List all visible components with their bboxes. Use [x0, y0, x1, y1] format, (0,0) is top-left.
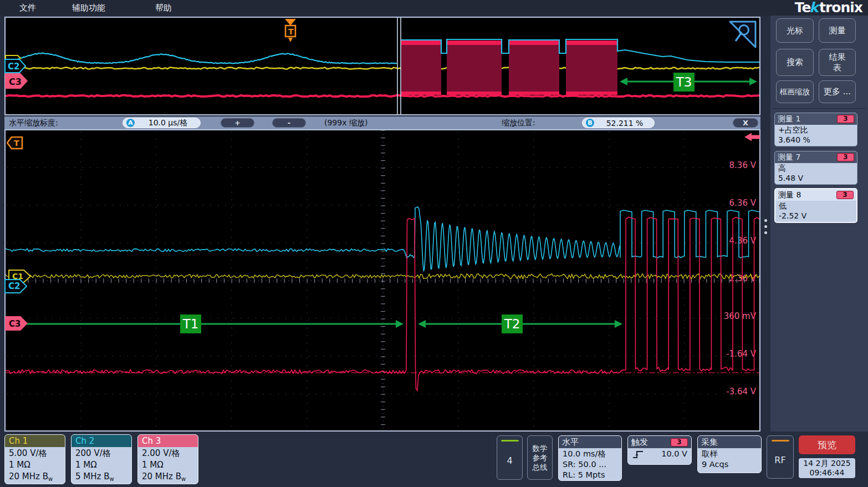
side-panel: 光标 测量 搜索 结果表 框画缩放 更多 ... 测量 13 +占空比3.640… [770, 16, 868, 432]
measurement-value: 5.48 V [778, 173, 854, 183]
measurement-card-1[interactable]: 测量 13 +占空比3.640 % [774, 113, 857, 146]
channel-badge-ch1[interactable]: Ch 1 5.00 V/格1 MΩ20 MHz Bw [4, 434, 65, 484]
svg-text:C3: C3 [9, 319, 21, 329]
overview-waveform-canvas [6, 18, 759, 114]
measurement-source-badge: 3 [837, 153, 854, 161]
channel-badge-ch2[interactable]: Ch 2 200 V/格1 MΩ5 MHz Bw [71, 434, 132, 484]
overview-strip: C2 C3 T T3 [4, 17, 760, 115]
more-button[interactable]: 更多 ... [819, 80, 856, 103]
t3-annotation-label: T3 [673, 73, 695, 92]
channel-bandwidth: 5 MHz Bw [75, 471, 127, 484]
trigger-source-badge: 3 [671, 438, 688, 447]
knob-b-badge: B [586, 119, 594, 127]
oscilloscope-screen: 文件 辅助功能 帮助 Tektronix C2 C3 T T3 [0, 0, 868, 487]
zoom-scale-value[interactable]: A 10.0 µs/格 [122, 118, 201, 128]
bottom-bar: Ch 1 5.00 V/格1 MΩ20 MHz Bw Ch 2 200 V/格1… [0, 433, 868, 487]
measurement-card-8[interactable]: 测量 83 低-2.52 V [774, 188, 857, 223]
rf-button[interactable]: RF [767, 435, 794, 479]
ov-ch3-trace [6, 95, 759, 97]
main-graticule: 8.36 V 6.36 V 4.36 V 2.36 V 360 mV -1.64… [4, 129, 760, 432]
measure-button[interactable]: 测量 [819, 18, 856, 43]
zoom-in-button[interactable]: + [221, 118, 254, 128]
zoom-position-label: 缩放位置: [502, 116, 535, 129]
measurement-title: 测量 1 [778, 114, 800, 124]
tektronix-logo: Tektronix [795, 0, 862, 16]
search-button[interactable]: 搜索 [776, 49, 814, 76]
menu-item-utility[interactable]: 辅助功能 [72, 0, 105, 16]
time-text: 09:46:44 [799, 468, 855, 478]
measurement-source-badge: 3 [837, 115, 854, 123]
math-ref-bus-button[interactable]: 数学参考总线 [527, 435, 553, 480]
horizontal-badge[interactable]: 水平 10.0 ms/格SR: 50.0 ...RL: 5 Mpts [558, 435, 622, 481]
acquisition-badge[interactable]: 采集 取样9 Acqs [697, 435, 762, 473]
channel-scale: 200 V/格 [75, 448, 127, 459]
results-table-button[interactable]: 结果表 [819, 49, 856, 76]
menu-item-file[interactable]: 文件 [19, 0, 36, 16]
c3-marker[interactable]: C3 [4, 316, 29, 331]
channel-badge-ch3[interactable]: Ch 3 2.00 V/格1 MΩ20 MHz Bw [137, 434, 198, 484]
trigger-level: 10.0 V [661, 449, 687, 459]
channel-bandwidth: 20 MHz Bw [142, 471, 194, 484]
svg-text:C3: C3 [9, 77, 22, 87]
ov-ch1-trace [6, 68, 759, 69]
c3-marker-overview[interactable]: C3 [4, 73, 29, 89]
panel-drag-handle[interactable] [763, 219, 768, 237]
menu-item-help[interactable]: 帮助 [155, 0, 172, 16]
t2-annotation-label: T2 [502, 314, 523, 333]
trigger-level-arrow[interactable] [744, 132, 760, 142]
menu-bar: 文件 辅助功能 帮助 Tektronix [0, 0, 868, 16]
measurement-title: 测量 8 [778, 190, 801, 200]
measurement-title: 测量 7 [778, 153, 800, 163]
channel-bandwidth: 20 MHz Bw [9, 471, 61, 484]
date-text: 14 2月 2025 [799, 459, 855, 468]
channel-4-button[interactable]: 4 [497, 435, 523, 480]
zoom-control-bar: 水平缩放标度: A 10.0 µs/格 + - (999x 缩放) 缩放位置: … [4, 116, 760, 129]
zoom-factor-label: (999x 缩放) [324, 116, 367, 129]
channel-name: Ch 2 [72, 435, 131, 447]
c2-marker[interactable]: C2 [4, 279, 28, 293]
measurement-value: -2.52 V [779, 211, 853, 221]
zoom-out-button[interactable]: - [272, 118, 306, 128]
panel-divider [773, 108, 866, 109]
datetime-display: 14 2月 2025 09:46:44 [799, 458, 855, 478]
c2-marker-overview[interactable]: C2 [4, 59, 27, 73]
channel-impedance: 1 MΩ [9, 459, 61, 471]
channel-scale: 5.00 V/格 [9, 448, 61, 459]
trigger-position-marker[interactable]: T [284, 18, 297, 43]
main-waveform-canvas [6, 130, 759, 430]
channel-name: Ch 1 [5, 435, 65, 447]
measurement-source-badge: 3 [836, 191, 854, 199]
zoom-close-button[interactable]: X [733, 118, 758, 128]
zoom-magnifier-icon[interactable] [728, 19, 758, 49]
t1-annotation-label: T1 [180, 314, 201, 333]
trigger-tag[interactable]: T [7, 136, 23, 150]
knob-a-badge: A [126, 119, 135, 127]
preview-button[interactable]: 预览 [799, 435, 855, 454]
trigger-badge[interactable]: 触发3 10.0 V [627, 435, 692, 465]
svg-text:T: T [288, 27, 294, 36]
measurement-name: 低 [779, 201, 853, 211]
zoom-position-value[interactable]: B 52.211 % [582, 118, 655, 128]
zoom-scale-label: 水平缩放标度: [9, 116, 58, 129]
measurement-name: 高 [778, 163, 854, 173]
svg-text:C2: C2 [8, 62, 19, 72]
channel-impedance: 1 MΩ [75, 459, 127, 471]
measurement-value: 3.640 % [778, 135, 854, 145]
svg-text:T: T [14, 139, 19, 148]
measurement-name: +占空比 [778, 125, 854, 135]
ov-ch2-trace [6, 53, 397, 63]
box-zoom-button[interactable]: 框画缩放 [776, 80, 814, 103]
channel-name: Ch 3 [138, 435, 198, 447]
ch1-waveform [6, 274, 759, 279]
cursors-button[interactable]: 光标 [776, 18, 814, 43]
svg-text:C2: C2 [8, 281, 20, 291]
channel-scale: 2.00 V/格 [142, 448, 194, 459]
channel-impedance: 1 MΩ [142, 459, 194, 471]
measurement-card-7[interactable]: 测量 73 高5.48 V [774, 151, 857, 185]
ch2-waveform [6, 207, 759, 271]
rising-edge-icon [632, 449, 644, 459]
